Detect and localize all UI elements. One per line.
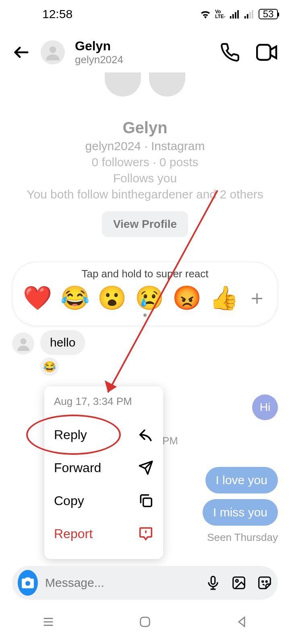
header-title-block[interactable]: Gelyn gelyn2024 — [75, 39, 123, 66]
outgoing-message-love[interactable]: I love you — [205, 467, 278, 493]
message-area: hello 😂 Hi PM I love you I miss you Seen… — [12, 330, 278, 376]
volte-icon: VoLTE▫ — [215, 9, 226, 19]
context-copy[interactable]: Copy — [54, 484, 153, 517]
reaction-laugh[interactable]: 😂 — [60, 286, 89, 310]
context-copy-label: Copy — [54, 493, 84, 508]
profile-subtitle: gelyn2024 · Instagram — [0, 139, 290, 153]
svg-rect-3 — [237, 10, 239, 19]
reaction-bar: Tap and hold to super react ❤️ 😂 😮 😢 😡 👍… — [12, 262, 278, 326]
svg-point-10 — [20, 338, 26, 344]
copy-icon — [138, 493, 153, 508]
svg-rect-9 — [257, 45, 270, 60]
svg-rect-18 — [141, 617, 150, 627]
back-icon[interactable] — [12, 43, 31, 62]
svg-rect-6 — [249, 12, 251, 19]
view-profile-button[interactable]: View Profile — [102, 211, 188, 237]
send-icon — [138, 460, 153, 475]
message-input[interactable] — [45, 576, 198, 590]
context-forward[interactable]: Forward — [54, 451, 153, 484]
svg-point-8 — [50, 46, 56, 53]
nav-recent-icon[interactable] — [41, 615, 55, 629]
reaction-angry[interactable]: 😡 — [172, 286, 201, 310]
report-icon — [138, 526, 153, 541]
profile-follows-you: Follows you — [0, 171, 290, 185]
reaction-hint: Tap and hold to super react — [21, 268, 269, 280]
gallery-icon[interactable] — [231, 575, 246, 590]
context-report-label: Report — [54, 526, 93, 541]
outgoing-message-miss[interactable]: I miss you — [203, 499, 278, 526]
header-avatar[interactable] — [41, 40, 65, 64]
camera-icon — [21, 576, 35, 590]
message-input-bar — [12, 566, 278, 600]
profile-avatar — [103, 72, 187, 117]
context-reply-label: Reply — [54, 427, 87, 442]
context-reply[interactable]: Reply — [54, 418, 153, 451]
context-menu: Aug 17, 3:34 PM Reply Forward Copy Repor… — [44, 386, 163, 559]
reaction-add-icon[interactable]: ＋ — [247, 284, 267, 311]
wifi-icon — [200, 10, 211, 19]
profile-name: Gelyn — [0, 119, 290, 137]
incoming-message-bubble[interactable]: hello — [40, 330, 85, 355]
reaction-wow[interactable]: 😮 — [97, 286, 126, 310]
svg-rect-13 — [211, 576, 215, 584]
reaction-thumbs-up[interactable]: 👍 — [209, 286, 238, 310]
svg-rect-4 — [244, 16, 246, 19]
svg-point-17 — [266, 581, 267, 582]
svg-rect-5 — [247, 14, 249, 19]
header-name: Gelyn — [75, 39, 123, 54]
mic-icon[interactable] — [205, 575, 221, 590]
reply-icon — [138, 427, 153, 442]
message-avatar[interactable] — [12, 332, 34, 355]
status-time: 12:58 — [42, 7, 72, 21]
signal-icon-1 — [230, 10, 240, 19]
profile-mutual: You both follow binthegardener and 2 oth… — [0, 188, 290, 201]
time-stamp-pm: PM — [162, 435, 178, 447]
context-report[interactable]: Report — [54, 517, 153, 550]
svg-point-15 — [236, 580, 238, 582]
reaction-sad[interactable]: 😢 — [135, 286, 164, 310]
reaction-heart[interactable]: ❤️ — [23, 286, 52, 310]
profile-stats: 0 followers · 0 posts — [0, 155, 290, 169]
context-forward-label: Forward — [54, 460, 101, 475]
system-nav-bar — [0, 608, 290, 636]
message-reaction-badge[interactable]: 😂 — [40, 357, 59, 376]
svg-rect-1 — [232, 14, 234, 19]
battery-icon: 53 — [259, 9, 278, 19]
nav-home-icon[interactable] — [138, 615, 152, 629]
outgoing-message-hi[interactable]: Hi — [252, 394, 278, 420]
svg-rect-7 — [252, 10, 253, 19]
call-icon[interactable] — [220, 42, 240, 62]
profile-block: Gelyn gelyn2024 · Instagram 0 followers … — [0, 72, 290, 237]
seen-status: Seen Thursday — [207, 531, 278, 544]
svg-point-12 — [25, 581, 30, 586]
video-icon[interactable] — [256, 42, 278, 62]
incoming-message-row: hello — [12, 330, 278, 355]
context-menu-timestamp: Aug 17, 3:34 PM — [54, 395, 153, 408]
svg-point-16 — [262, 581, 263, 582]
sticker-icon[interactable] — [257, 575, 272, 590]
signal-icon-2 — [244, 10, 255, 19]
status-icons: VoLTE▫ 53 — [200, 9, 278, 19]
nav-back-icon[interactable] — [235, 615, 249, 629]
chat-header: Gelyn gelyn2024 — [0, 32, 290, 72]
status-bar: 12:58 VoLTE▫ 53 — [0, 0, 290, 28]
svg-rect-11 — [143, 498, 152, 507]
header-username: gelyn2024 — [75, 54, 123, 66]
pagination-dot — [143, 314, 147, 317]
svg-rect-0 — [230, 16, 232, 19]
svg-rect-2 — [235, 12, 236, 19]
camera-button[interactable] — [18, 570, 38, 596]
